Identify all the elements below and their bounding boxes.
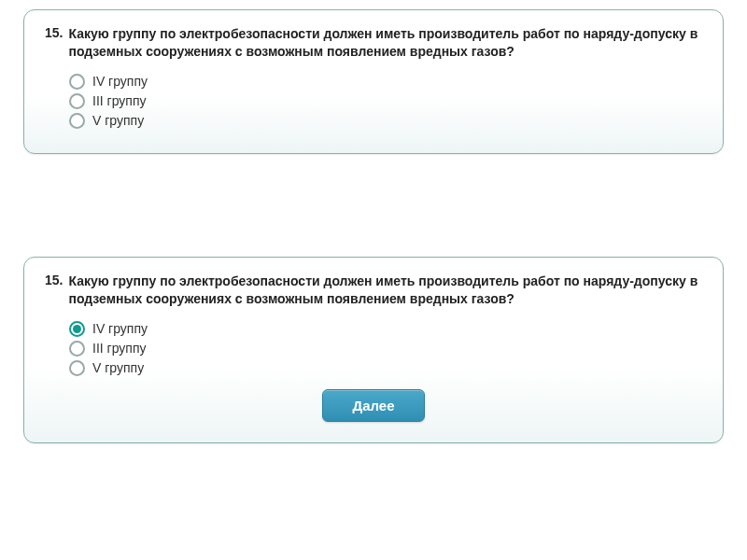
options-list: IV группу III группу V группу — [45, 74, 702, 129]
question-text: Какую группу по электробезопасности долж… — [68, 25, 702, 61]
option-label: III группу — [92, 93, 146, 108]
radio-icon — [69, 74, 85, 90]
options-list: IV группу III группу V группу — [45, 321, 702, 376]
next-button[interactable]: Далее — [322, 389, 425, 422]
question-card-selected: 15. Какую группу по электробезопасности … — [23, 257, 724, 443]
button-row: Далее — [45, 389, 702, 422]
radio-icon — [69, 113, 85, 129]
radio-icon — [69, 341, 85, 357]
radio-icon — [69, 93, 85, 109]
question-header: 15. Какую группу по электробезопасности … — [45, 25, 702, 61]
option-3[interactable]: V группу — [69, 113, 702, 129]
option-label: IV группу — [92, 321, 148, 336]
question-text: Какую группу по электробезопасности долж… — [68, 273, 702, 308]
option-3[interactable]: V группу — [69, 360, 702, 376]
option-label: V группу — [92, 113, 144, 128]
question-number: 15. — [45, 273, 63, 287]
option-label: V группу — [92, 360, 144, 375]
option-label: IV группу — [92, 74, 148, 89]
radio-icon-selected — [69, 321, 85, 337]
question-header: 15. Какую группу по электробезопасности … — [45, 273, 702, 308]
question-card-unselected: 15. Какую группу по электробезопасности … — [23, 9, 724, 154]
option-1[interactable]: IV группу — [69, 321, 702, 337]
question-number: 15. — [45, 25, 63, 40]
radio-icon — [69, 360, 85, 376]
option-1[interactable]: IV группу — [69, 74, 702, 90]
option-label: III группу — [92, 341, 146, 356]
option-2[interactable]: III группу — [69, 341, 702, 357]
option-2[interactable]: III группу — [69, 93, 702, 109]
